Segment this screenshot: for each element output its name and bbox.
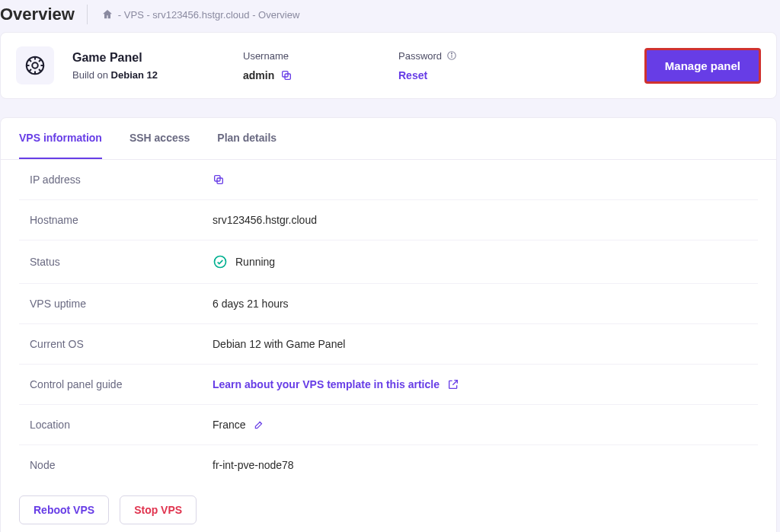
panel-name: Game Panel [72, 51, 225, 65]
guide-link[interactable]: Learn about your VPS template in this ar… [213, 378, 440, 390]
home-icon[interactable] [101, 8, 113, 21]
row-control-panel-guide: Control panel guide Learn about your VPS… [19, 365, 758, 405]
password-label: Password [398, 50, 535, 62]
uptime-label: VPS uptime [30, 298, 213, 310]
action-buttons: Reboot VPS Stop VPS [1, 485, 776, 532]
panel-build: Build on Debian 12 [72, 69, 225, 81]
game-panel-icon [16, 46, 54, 84]
node-value: fr-int-pve-node78 [213, 459, 294, 471]
password-label-text: Password [398, 50, 442, 62]
breadcrumb-text: - VPS - srv123456.hstgr.cloud - Overview [118, 9, 299, 21]
location-value: France [213, 419, 246, 431]
node-label: Node [30, 459, 213, 471]
panel-meta: Game Panel Build on Debian 12 [72, 51, 225, 81]
password-block: Password Reset [398, 50, 535, 81]
svg-point-1 [32, 63, 38, 69]
row-uptime: VPS uptime 6 days 21 hours [19, 284, 758, 324]
ip-label: IP address [30, 174, 213, 186]
password-reset-link[interactable]: Reset [398, 69, 427, 81]
edit-icon[interactable] [254, 419, 264, 430]
tabs: VPS information SSH access Plan details [1, 118, 776, 160]
row-location: Location France [19, 405, 758, 445]
stop-vps-button[interactable]: Stop VPS [120, 495, 197, 524]
copy-icon[interactable] [213, 174, 225, 186]
external-link-icon[interactable] [447, 378, 459, 390]
row-current-os: Current OS Debian 12 with Game Panel [19, 324, 758, 365]
row-hostname: Hostname srv123456.hstgr.cloud [19, 200, 758, 241]
status-label: Status [30, 256, 213, 268]
breadcrumb: - VPS - srv123456.hstgr.cloud - Overview [101, 8, 299, 21]
panel-summary-card: Game Panel Build on Debian 12 Username a… [0, 32, 777, 99]
build-prefix: Build on [72, 69, 111, 81]
reboot-vps-button[interactable]: Reboot VPS [19, 495, 109, 524]
os-value: Debian 12 with Game Panel [213, 338, 345, 350]
location-label: Location [30, 419, 213, 431]
svg-point-9 [215, 256, 226, 268]
status-value: Running [235, 256, 275, 268]
hostname-value: srv123456.hstgr.cloud [213, 214, 317, 226]
tab-vps-information[interactable]: VPS information [19, 118, 102, 159]
hostname-label: Hostname [30, 214, 213, 226]
build-name: Debian 12 [111, 69, 158, 81]
info-icon[interactable] [446, 50, 457, 61]
tab-ssh-access[interactable]: SSH access [129, 118, 190, 159]
manage-panel-button[interactable]: Manage panel [644, 48, 761, 84]
tab-plan-details[interactable]: Plan details [217, 118, 277, 159]
guide-label: Control panel guide [30, 378, 213, 390]
username-value: admin [243, 69, 274, 81]
username-block: Username admin [243, 50, 380, 81]
username-label: Username [243, 50, 380, 62]
os-label: Current OS [30, 338, 213, 350]
page-header: Overview - VPS - srv123456.hstgr.cloud -… [0, 0, 780, 32]
page-title: Overview [0, 5, 88, 24]
row-ip-address: IP address [19, 160, 758, 200]
svg-point-6 [451, 53, 452, 54]
copy-icon[interactable] [280, 69, 292, 81]
info-rows: IP address Hostname srv123456.hstgr.clou… [1, 160, 776, 485]
uptime-value: 6 days 21 hours [213, 298, 289, 310]
vps-details-card: VPS information SSH access Plan details … [0, 117, 777, 532]
check-icon [213, 254, 228, 269]
row-status: Status Running [19, 241, 758, 284]
row-node: Node fr-int-pve-node78 [19, 445, 758, 485]
